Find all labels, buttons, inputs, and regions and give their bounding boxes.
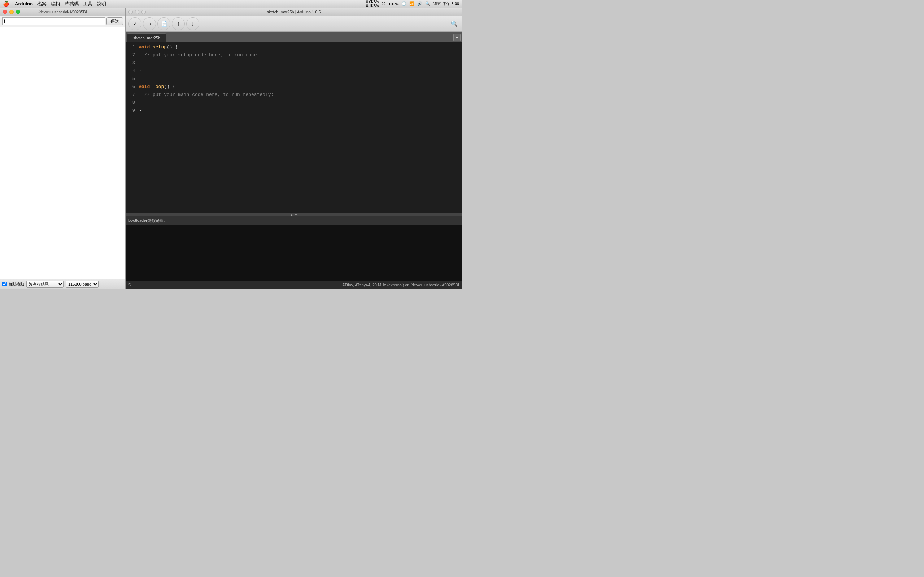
ide-main: sketch_mar25b ▼ 1 void setup() { 2 // pu… bbox=[126, 32, 462, 288]
window-controls bbox=[3, 10, 20, 14]
code-line-1: 1 void setup() { bbox=[126, 43, 462, 51]
menubar-network-speed: 0.0KB/s0.1KB/s bbox=[366, 0, 379, 8]
line-content-4: } bbox=[139, 67, 462, 75]
code-line-8: 8 bbox=[126, 99, 462, 107]
console-header: bootloader燒錄完畢。 bbox=[126, 216, 462, 225]
line-content-6: void loop() { bbox=[139, 83, 462, 91]
line-number-1: 1 bbox=[126, 43, 139, 51]
auto-scroll-label[interactable]: 自動捲動 bbox=[2, 281, 24, 287]
code-line-3: 3 bbox=[126, 59, 462, 67]
menubar-app-name[interactable]: Arduino bbox=[15, 1, 33, 6]
auto-scroll-text: 自動捲動 bbox=[8, 281, 24, 287]
serial-input-bar: 傳送 bbox=[0, 16, 125, 27]
console-status-number: 5 bbox=[129, 283, 131, 287]
serial-input[interactable] bbox=[2, 17, 105, 25]
divider-up-icon: ▲ bbox=[290, 213, 293, 216]
code-line-6: 6 void loop() { bbox=[126, 83, 462, 91]
serial-send-button[interactable]: 傳送 bbox=[107, 17, 123, 25]
verify-button[interactable]: ✓ bbox=[129, 17, 142, 30]
ide-window-controls bbox=[129, 10, 146, 14]
ide-window-btn-1[interactable] bbox=[129, 10, 133, 14]
code-line-4: 4 } bbox=[126, 67, 462, 75]
line-number-8: 8 bbox=[126, 99, 139, 107]
menubar-sketch[interactable]: 草稿碼 bbox=[65, 1, 79, 7]
open-icon: ↑ bbox=[177, 21, 180, 27]
search-icon: 🔍 bbox=[451, 20, 458, 27]
menubar-wifi-icon: 📶 bbox=[409, 2, 414, 6]
menubar-edit[interactable]: 編輯 bbox=[51, 1, 60, 7]
console-status-bar: 5 ATtiny, ATtiny44, 20 MHz (external) on… bbox=[126, 280, 462, 288]
serial-output[interactable] bbox=[0, 27, 125, 279]
ide-panel: sketch_mar25b | Arduino 1.6.5 ✓ → 📄 ↑ ↓ … bbox=[126, 8, 462, 288]
line-content-5 bbox=[139, 75, 462, 83]
menubar-battery: 100% bbox=[388, 2, 399, 6]
serial-footer: 自動捲動 沒有行結尾 換行 歸位字元 換行及歸位字元 300 baud 1200… bbox=[0, 279, 125, 288]
code-line-5: 5 bbox=[126, 75, 462, 83]
new-button[interactable]: 📄 bbox=[157, 17, 170, 30]
line-content-1: void setup() { bbox=[139, 43, 462, 51]
menubar-file[interactable]: 檔案 bbox=[37, 1, 47, 7]
line-number-3: 3 bbox=[126, 59, 139, 67]
line-number-4: 4 bbox=[126, 67, 139, 75]
toolbar-search-button[interactable]: 🔍 bbox=[449, 19, 459, 29]
open-button[interactable]: ↑ bbox=[172, 17, 185, 30]
main-container: /dev/cu.usbserial-A50285BI 傳送 自動捲動 沒有行結尾… bbox=[0, 8, 462, 288]
ide-titlebar: sketch_mar25b | Arduino 1.6.5 bbox=[126, 8, 462, 16]
ide-window-btn-3[interactable] bbox=[142, 10, 146, 14]
ide-board-info: ATtiny, ATtiny44, 20 MHz (external) on /… bbox=[342, 283, 459, 287]
code-line-7: 7 // put your main code here, to run rep… bbox=[126, 91, 462, 99]
serial-panel: /dev/cu.usbserial-A50285BI 傳送 自動捲動 沒有行結尾… bbox=[0, 8, 126, 288]
save-button[interactable]: ↓ bbox=[186, 17, 199, 30]
upload-icon: → bbox=[147, 21, 152, 27]
ide-window-btn-2[interactable] bbox=[135, 10, 139, 14]
code-line-9: 9 } bbox=[126, 107, 462, 115]
line-number-6: 6 bbox=[126, 83, 139, 91]
window-maximize-button[interactable] bbox=[16, 10, 20, 14]
line-content-3 bbox=[139, 59, 462, 67]
menubar-search-icon[interactable]: 🔍 bbox=[425, 2, 430, 6]
tab-label: sketch_mar25b bbox=[133, 36, 160, 40]
line-content-2: // put your setup code here, to run once… bbox=[139, 51, 462, 59]
menubar-volume-icon: 🔊 bbox=[417, 2, 422, 6]
line-ending-select[interactable]: 沒有行結尾 換行 歸位字元 換行及歸位字元 bbox=[26, 280, 63, 288]
line-content-7: // put your main code here, to run repea… bbox=[139, 91, 462, 99]
menubar-clock-icon: 🕐 bbox=[401, 2, 406, 6]
console-message: bootloader燒錄完畢。 bbox=[129, 218, 167, 223]
serial-titlebar: /dev/cu.usbserial-A50285BI bbox=[0, 8, 125, 16]
upload-button[interactable]: → bbox=[143, 17, 156, 30]
ide-tabs: sketch_mar25b ▼ bbox=[126, 32, 462, 42]
line-number-5: 5 bbox=[126, 75, 139, 83]
window-close-button[interactable] bbox=[3, 10, 7, 14]
divider-down-icon: ▼ bbox=[294, 213, 297, 216]
ide-toolbar: ✓ → 📄 ↑ ↓ 🔍 bbox=[126, 16, 462, 32]
ide-divider[interactable]: ▲ ▼ bbox=[126, 213, 462, 216]
console-output[interactable] bbox=[126, 225, 462, 280]
line-number-2: 2 bbox=[126, 51, 139, 59]
menubar: 🍎 Arduino 檔案 編輯 草稿碼 工具 說明 0.0KB/s0.1KB/s… bbox=[0, 0, 462, 8]
line-content-9: } bbox=[139, 107, 462, 115]
baud-rate-select[interactable]: 300 baud 1200 baud 2400 baud 4800 baud 9… bbox=[66, 280, 99, 288]
code-editor[interactable]: 1 void setup() { 2 // put your setup cod… bbox=[126, 42, 462, 213]
line-number-9: 9 bbox=[126, 107, 139, 115]
menubar-bluetooth-icon: ⌘ bbox=[381, 2, 386, 6]
auto-scroll-checkbox[interactable] bbox=[2, 282, 7, 286]
save-icon: ↓ bbox=[191, 21, 194, 27]
menubar-help[interactable]: 說明 bbox=[97, 1, 106, 7]
ide-console: bootloader燒錄完畢。 5 ATtiny, ATtiny44, 20 M… bbox=[126, 216, 462, 288]
menubar-left: 🍎 Arduino 檔案 編輯 草稿碼 工具 說明 bbox=[3, 1, 106, 7]
tab-dropdown-button[interactable]: ▼ bbox=[453, 34, 460, 41]
apple-menu-icon[interactable]: 🍎 bbox=[3, 1, 9, 7]
divider-arrows: ▲ ▼ bbox=[290, 213, 297, 216]
serial-monitor-title: /dev/cu.usbserial-A50285BI bbox=[38, 10, 87, 14]
window-minimize-button[interactable] bbox=[10, 10, 14, 14]
menubar-right: 0.0KB/s0.1KB/s ⌘ 100% 🕐 📶 🔊 🔍 週五 下午 3:06 bbox=[366, 0, 459, 8]
verify-icon: ✓ bbox=[133, 20, 137, 27]
ide-title: sketch_mar25b | Arduino 1.6.5 bbox=[267, 10, 320, 14]
line-content-8 bbox=[139, 99, 462, 107]
new-icon: 📄 bbox=[161, 21, 167, 27]
ide-tab-sketch[interactable]: sketch_mar25b bbox=[127, 33, 166, 42]
menubar-time: 週五 下午 3:06 bbox=[433, 1, 459, 6]
line-number-7: 7 bbox=[126, 91, 139, 99]
menubar-tools[interactable]: 工具 bbox=[83, 1, 92, 7]
code-line-2: 2 // put your setup code here, to run on… bbox=[126, 51, 462, 59]
